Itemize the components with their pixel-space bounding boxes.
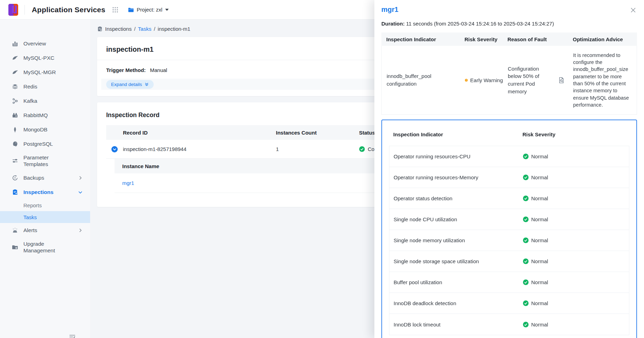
sidebar-item-label: Parameter Templates [23, 154, 62, 168]
result-status: Normal [523, 216, 625, 222]
alarm-icon [12, 227, 18, 233]
kafka-icon [12, 98, 18, 104]
result-status-label: Normal [531, 153, 548, 159]
project-folder-icon [128, 7, 134, 13]
result-row: Buffer pool utilization Normal [389, 272, 629, 293]
chevron-down-icon [78, 189, 83, 195]
inspection-clipboard-icon [97, 26, 103, 32]
drawer-title: mgr1 [381, 0, 637, 14]
sidebar-item-inspections[interactable]: Inspections [0, 185, 90, 199]
layers-icon [12, 84, 18, 90]
double-chevron-down-icon [145, 82, 149, 86]
col-record-id: Record ID [123, 130, 276, 136]
inspection-result-container: Inspection Indicator Risk Severity Opera… [381, 120, 637, 338]
sidebar-item-mysql-pxc[interactable]: MySQL-PXC [0, 51, 90, 65]
sidebar-item-label: Kafka [23, 98, 37, 104]
col-optimization-advice: Optimization Advice [568, 36, 637, 42]
instance-name-link[interactable]: mgr1 [122, 180, 134, 186]
caret-down-icon [165, 9, 169, 11]
sidebar-item-backups[interactable]: Backups [0, 171, 90, 185]
rabbitmq-icon [12, 112, 18, 118]
result-indicator: Single node CPU utilization [394, 216, 523, 222]
record-instances-count: 1 [276, 146, 359, 152]
fault-advice: It is recommended to configure the innod… [568, 47, 637, 113]
sidebar-subitem-tasks[interactable]: Tasks [0, 211, 90, 223]
dolphin-icon [12, 55, 18, 61]
fault-table-header: Inspection Indicator Risk Severity Reaso… [381, 33, 637, 46]
sidebar-subitem-label: Reports [23, 202, 42, 208]
result-status-label: Normal [531, 279, 548, 285]
app-grid-icon[interactable] [112, 6, 119, 13]
result-status: Normal [523, 195, 625, 201]
result-indicator: Operator running resources-CPU [394, 153, 523, 159]
result-status: Normal [523, 322, 625, 328]
sliders-icon [12, 158, 18, 164]
sidebar-item-mysql-mgr[interactable]: MySQL-MGR [0, 65, 90, 79]
dolphin-icon [12, 69, 18, 75]
result-indicator: Operator running resources-Memory [394, 174, 523, 180]
col-reason-of-fault: Reason of Fault [503, 36, 554, 42]
result-indicator: Operator status detection [394, 195, 523, 201]
fault-row: innodb_buffer_pool configuration Early W… [381, 46, 637, 115]
app-logo-icon [7, 3, 20, 17]
sidebar-item-postgresql[interactable]: PostgreSQL [0, 137, 90, 151]
success-check-icon [359, 146, 365, 152]
project-selector[interactable]: Project: zxl [128, 7, 169, 13]
fault-table: Inspection Indicator Risk Severity Reaso… [381, 33, 637, 115]
report-detail-icon[interactable] [558, 77, 565, 84]
col-risk-severity: Risk Severity [460, 36, 503, 42]
success-check-icon [523, 195, 529, 201]
result-status-label: Normal [531, 174, 548, 180]
sidebar-item-rabbitmq[interactable]: RabbitMQ [0, 108, 90, 122]
sidebar-item-kafka[interactable]: Kafka [0, 94, 90, 108]
result-indicator: InnoDB lock timeout [394, 322, 523, 328]
result-status-label: Normal [531, 195, 548, 201]
sidebar-item-parameter-templates[interactable]: Parameter Templates [0, 151, 90, 171]
col-risk-severity: Risk Severity [522, 131, 625, 137]
sidebar-collapse-icon[interactable] [68, 333, 76, 338]
result-row: Single node storage space utilization No… [389, 251, 629, 272]
instance-detail-drawer: mgr1 Duration: 11 seconds (from 2025-03-… [374, 0, 644, 338]
fault-reason: Configuration below 50% of current Pod m… [503, 65, 554, 95]
sidebar-item-overview[interactable]: Overview [0, 36, 90, 51]
success-check-icon [523, 237, 529, 243]
close-icon[interactable] [630, 7, 636, 13]
result-status-label: Normal [531, 216, 548, 222]
sidebar-item-label: RabbitMQ [23, 112, 48, 118]
sidebar-item-label: Alerts [23, 227, 37, 233]
result-indicator: Single node memory utilization [394, 237, 523, 243]
divider [24, 5, 25, 15]
fault-severity: Early Warning [460, 77, 503, 83]
collapse-row-icon[interactable] [111, 146, 118, 153]
result-indicator: InnoDB deadlock detection [394, 300, 523, 306]
project-label: Project: zxl [137, 7, 162, 13]
expand-details-button[interactable]: Expand details [106, 80, 154, 89]
result-row: Single node memory utilization Normal [389, 230, 629, 251]
breadcrumb-tasks-link[interactable]: Tasks [138, 26, 151, 32]
result-row: Operator running resources-Memory Normal [389, 167, 629, 188]
sidebar-item-mongodb[interactable]: MongoDB [0, 122, 90, 137]
success-check-icon [523, 258, 529, 264]
sidebar-item-label: MySQL-MGR [23, 69, 56, 75]
inspection-clipboard-icon [12, 189, 18, 195]
bar-chart-icon [12, 41, 18, 47]
sidebar-item-redis[interactable]: Redis [0, 79, 90, 94]
sidebar-item-alerts[interactable]: Alerts [0, 223, 90, 237]
result-row: Operator status detection Normal [389, 188, 629, 209]
sidebar-subitem-reports[interactable]: Reports [0, 199, 90, 211]
success-check-icon [523, 300, 529, 306]
result-status-label: Normal [531, 237, 548, 243]
result-status-label: Normal [531, 322, 548, 328]
result-indicator: Single node storage space utilization [394, 258, 523, 264]
result-status: Normal [523, 279, 625, 285]
result-status: Normal [523, 300, 625, 306]
result-indicator: Buffer pool utilization [394, 279, 523, 285]
sidebar-item-upgrade-management[interactable]: Upgrade Management [0, 237, 90, 257]
col-inspection-indicator: Inspection Indicator [393, 131, 522, 137]
duration-line: Duration: 11 seconds (from 2025-03-24 15… [381, 21, 637, 27]
col-instances-count: Instances Count [276, 130, 359, 136]
result-row: InnoDB lock timeout Normal [389, 314, 629, 335]
leaf-icon [12, 127, 18, 133]
result-status: Normal [523, 237, 625, 243]
breadcrumb-separator: / [134, 26, 136, 32]
